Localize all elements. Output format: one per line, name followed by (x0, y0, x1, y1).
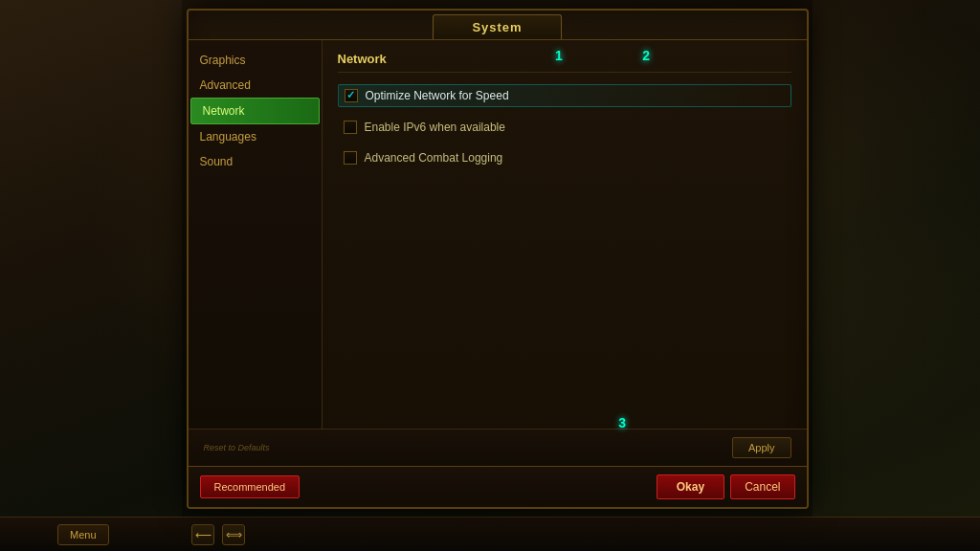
nav-forward-arrow[interactable]: ⟺ (222, 524, 245, 545)
dialog-title: System (433, 14, 561, 39)
ipv6-checkbox[interactable] (344, 121, 357, 134)
sidebar-item-network[interactable]: Network (190, 98, 320, 124)
apply-button[interactable]: Apply (732, 437, 791, 458)
sidebar-item-languages[interactable]: Languages (189, 124, 322, 149)
sidebar-item-sound[interactable]: Sound (189, 149, 322, 174)
combat-logging-row: Advanced Combat Logging (338, 147, 791, 168)
combat-logging-label: Advanced Combat Logging (365, 151, 503, 165)
dialog-body: Graphics Advanced Network Languages Soun… (189, 39, 807, 429)
settings-footer: Reset to Defaults Apply (189, 429, 807, 466)
nav-back-arrow[interactable]: ⟵ (191, 524, 214, 545)
reset-desc: Reset to Defaults (204, 443, 732, 452)
okay-button[interactable]: Okay (657, 474, 724, 499)
bottom-nav: ⟵ ⟺ Menu (0, 517, 980, 551)
dialog-action-buttons: Okay Cancel (657, 474, 795, 499)
settings-menu: Graphics Advanced Network Languages Soun… (189, 40, 323, 429)
recommended-button[interactable]: Recommended (200, 475, 301, 498)
optimize-network-label: Optimize Network for Speed (366, 89, 509, 102)
dialog-bottom-bar: Recommended Okay Cancel (189, 466, 807, 507)
combat-logging-checkbox[interactable] (344, 151, 357, 165)
ipv6-label: Enable IPv6 when available (365, 121, 505, 134)
optimize-network-checkbox[interactable] (345, 89, 358, 102)
ipv6-row: Enable IPv6 when available (338, 117, 791, 138)
optimize-network-row: Optimize Network for Speed (338, 84, 791, 107)
sidebar-item-graphics[interactable]: Graphics (189, 48, 322, 73)
dialog-title-bar: System (189, 11, 807, 39)
system-dialog: System Graphics Advanced Network Languag… (187, 9, 809, 509)
cancel-button[interactable]: Cancel (730, 474, 794, 499)
settings-content: Network Optimize Network for Speed Enabl… (323, 40, 807, 429)
content-title: Network (338, 52, 791, 73)
dialog-overlay: System Graphics Advanced Network Languag… (182, 0, 813, 517)
sidebar-item-advanced[interactable]: Advanced (189, 73, 322, 98)
menu-button[interactable]: Menu (57, 524, 109, 545)
